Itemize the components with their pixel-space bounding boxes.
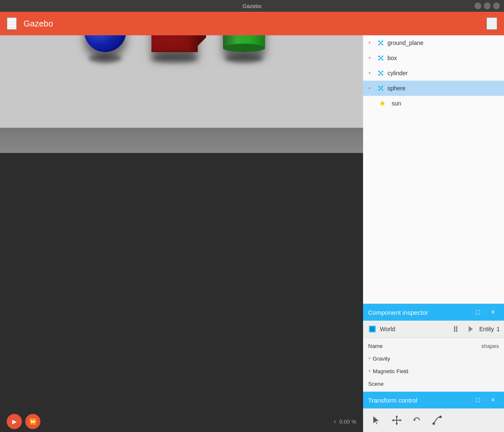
expand-icon: + <box>368 55 374 61</box>
app-title: Gazebo <box>24 19 486 29</box>
svg-point-51 <box>432 422 435 425</box>
titlebar-title: Gazebo <box>242 3 262 9</box>
component-rows: Name shapes + Gravity + Magnetic Field S… <box>363 338 504 392</box>
robot-icon <box>377 69 385 77</box>
row-key-magnetic-field: Magnetic Field <box>373 368 499 374</box>
minimize-button[interactable] <box>475 3 481 9</box>
transform-tools <box>363 408 504 432</box>
component-row-name: Name shapes <box>363 340 504 352</box>
transform-control-header: Transform control □ × <box>363 392 504 408</box>
expand-icon: + <box>368 368 371 374</box>
cylinder-object[interactable] <box>223 35 265 52</box>
close-window-button[interactable] <box>493 3 500 9</box>
svg-line-16 <box>379 58 381 60</box>
tree-item-label: cylinder <box>387 70 408 76</box>
tree-item-box[interactable]: + box <box>363 50 504 66</box>
cursor-icon <box>371 414 382 426</box>
svg-marker-42 <box>469 326 473 332</box>
scene-3d[interactable] <box>0 35 363 411</box>
row-value-name: shapes <box>481 343 499 349</box>
transform-control-title: Transform control <box>368 397 469 404</box>
expand-icon: + <box>368 356 371 361</box>
rotate-tool-button[interactable] <box>409 412 425 429</box>
bottom-bar: ▶ ⏩ ‹ 0.00 % <box>0 411 363 432</box>
tree-item-label: ground_plane <box>387 40 424 46</box>
translate-tool-button[interactable] <box>388 412 405 429</box>
component-inspector-close-button[interactable]: × <box>487 306 499 318</box>
component-inspector-minimize-button[interactable]: □ <box>472 306 484 318</box>
svg-marker-43 <box>373 416 379 424</box>
cube-icon <box>367 324 377 334</box>
svg-line-34 <box>379 88 381 90</box>
svg-line-24 <box>381 71 382 73</box>
tab-entity-num: 1 <box>496 326 500 332</box>
component-inspector-tabs: World Entity 1 <box>363 321 504 338</box>
svg-line-5 <box>379 41 381 43</box>
appbar: ☰ Gazebo ⋮ <box>0 12 504 35</box>
component-row-scene: Scene <box>363 377 504 390</box>
pause-button[interactable] <box>451 323 462 335</box>
robot-icon <box>377 54 385 62</box>
cylinder-shadow <box>225 54 263 63</box>
svg-line-6 <box>381 41 382 43</box>
svg-line-23 <box>379 71 381 73</box>
tab-world[interactable]: World <box>380 326 448 332</box>
maximize-button[interactable] <box>484 3 491 9</box>
sphere-object[interactable] <box>84 35 126 52</box>
tab-entity[interactable]: Entity <box>479 326 494 332</box>
play-icon: ▶ <box>12 418 17 425</box>
menu-button[interactable]: ☰ <box>7 17 17 30</box>
tree-item-sphere[interactable]: + sphere <box>363 81 504 96</box>
viewport: ▶ ⏩ ‹ 0.00 % <box>0 35 363 432</box>
select-tool-button[interactable] <box>368 412 385 429</box>
play-button[interactable]: ▶ <box>7 414 22 429</box>
svg-line-33 <box>381 87 382 88</box>
more-options-button[interactable]: ⋮ <box>486 17 497 30</box>
sphere-shadow <box>88 54 122 63</box>
tree-item-label: sphere <box>387 85 406 92</box>
component-row-magnetic-field[interactable]: + Magnetic Field <box>363 365 504 377</box>
light-icon <box>378 99 387 108</box>
tree-item-cylinder[interactable]: + cylinder <box>363 66 504 81</box>
svg-line-8 <box>381 43 382 45</box>
svg-line-7 <box>379 43 381 45</box>
translate-icon <box>391 414 403 426</box>
box-shadow <box>151 54 198 63</box>
robot-icon <box>377 39 385 47</box>
fast-forward-button[interactable]: ⏩ <box>25 414 40 429</box>
row-key-name: Name <box>368 343 481 349</box>
tree-item-label: box <box>387 55 397 61</box>
svg-line-25 <box>379 73 381 75</box>
transform-control-close-button[interactable]: × <box>487 394 499 406</box>
component-inspector-title: Component inspector <box>368 309 469 316</box>
svg-marker-47 <box>395 423 398 425</box>
main-content: ▶ ⏩ ‹ 0.00 % + <box>0 35 504 432</box>
percent-value: 0.00 % <box>340 419 356 425</box>
tree-item-sun[interactable]: sun <box>363 96 504 111</box>
expand-icon: + <box>368 85 374 91</box>
svg-line-17 <box>381 58 382 60</box>
transform-control: Transform control □ × <box>363 392 504 432</box>
nav-left-button[interactable]: ‹ <box>334 418 336 425</box>
expand-icon: + <box>368 70 374 76</box>
right-panel: + ground_plane + <box>363 35 504 432</box>
svg-marker-49 <box>400 419 402 421</box>
tree-item-ground-plane[interactable]: + ground_plane <box>363 35 504 50</box>
pause-icon-btn[interactable] <box>465 323 477 335</box>
box-mesh <box>151 35 198 52</box>
svg-rect-40 <box>454 326 455 332</box>
svg-line-35 <box>381 88 382 90</box>
component-row-gravity[interactable]: + Gravity <box>363 352 504 365</box>
cylinder-mesh <box>223 35 265 52</box>
svg-line-14 <box>379 56 381 58</box>
expand-icon: + <box>368 40 374 46</box>
transform-control-minimize-button[interactable]: □ <box>472 394 484 406</box>
scale-tool-button[interactable] <box>429 412 446 429</box>
scale-icon <box>431 414 443 426</box>
entity-tree: + ground_plane + <box>363 35 504 304</box>
titlebar: Gazebo <box>0 0 504 12</box>
row-key-scene: Scene <box>368 381 499 387</box>
box-object[interactable] <box>151 35 198 52</box>
sphere-mesh <box>84 35 126 52</box>
percent-nav: ‹ 0.00 % <box>334 418 356 425</box>
